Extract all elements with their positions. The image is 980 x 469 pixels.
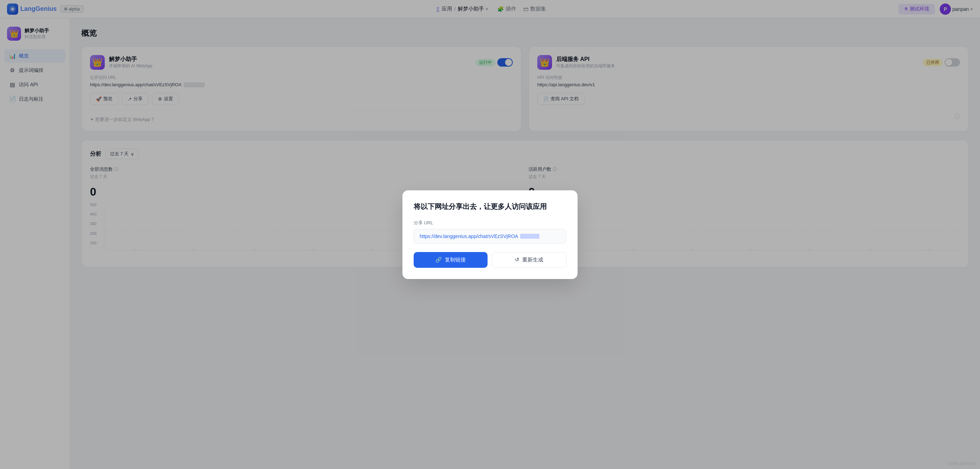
modal-url-box: https://dev.langgenius.app/chat/sVEzSVjR… [414, 229, 566, 244]
modal-title: 将以下网址分享出去，让更多人访问该应用 [414, 201, 566, 211]
modal-url-text: https://dev.langgenius.app/chat/sVEzSVjR… [420, 233, 560, 239]
regen-label: 重新生成 [522, 257, 543, 263]
copy-label: 复制链接 [445, 257, 466, 263]
copy-icon: 🔗 [435, 257, 442, 263]
modal-url-label: 分享 URL [414, 220, 566, 226]
modal-url-blur [520, 234, 539, 239]
modal-actions: 🔗 复制链接 ↺ 重新生成 [414, 252, 566, 268]
regen-icon: ↺ [515, 257, 519, 263]
share-modal: 将以下网址分享出去，让更多人访问该应用 分享 URL https://dev.l… [402, 190, 578, 279]
modal-url-prefix: https://dev.langgenius.app/chat/sVEzSVjR… [420, 233, 518, 239]
regen-button[interactable]: ↺ 重新生成 [492, 252, 566, 268]
copy-link-button[interactable]: 🔗 复制链接 [414, 252, 488, 268]
modal-overlay[interactable]: 将以下网址分享出去，让更多人访问该应用 分享 URL https://dev.l… [0, 0, 980, 469]
